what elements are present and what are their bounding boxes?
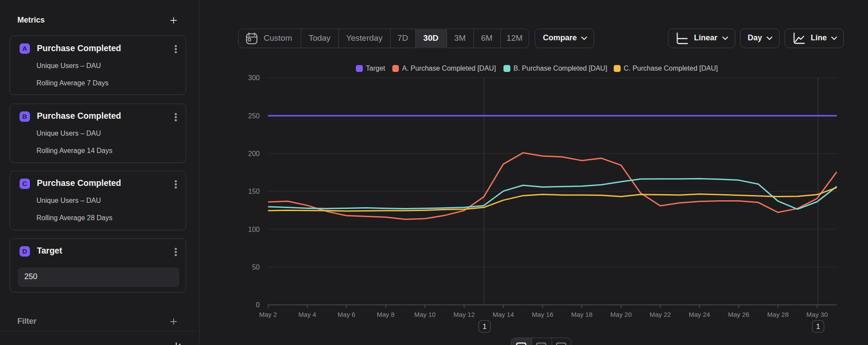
svg-text:300: 300 — [248, 74, 260, 81]
svg-text:May 26: May 26 — [728, 311, 749, 318]
svg-text:May 18: May 18 — [571, 311, 592, 318]
svg-text:1: 1 — [816, 322, 820, 330]
svg-text:50: 50 — [252, 264, 260, 271]
svg-text:May 4: May 4 — [299, 311, 316, 318]
svg-text:May 14: May 14 — [493, 311, 514, 318]
svg-text:0: 0 — [256, 301, 260, 309]
svg-text:May 8: May 8 — [377, 311, 395, 318]
svg-text:May 28: May 28 — [767, 311, 789, 318]
svg-text:May 2: May 2 — [259, 311, 277, 318]
svg-text:100: 100 — [248, 226, 260, 233]
svg-text:250: 250 — [248, 112, 260, 120]
svg-text:150: 150 — [248, 188, 260, 195]
svg-text:200: 200 — [248, 150, 260, 157]
svg-text:May 22: May 22 — [650, 311, 671, 318]
svg-text:May 16: May 16 — [532, 311, 553, 318]
svg-text:May 24: May 24 — [689, 311, 710, 318]
svg-text:May 10: May 10 — [414, 311, 435, 318]
svg-text:May 12: May 12 — [454, 311, 475, 318]
svg-text:May 30: May 30 — [806, 311, 828, 318]
svg-text:May 6: May 6 — [338, 311, 355, 318]
svg-text:1: 1 — [483, 322, 487, 330]
svg-text:May 20: May 20 — [610, 311, 631, 318]
